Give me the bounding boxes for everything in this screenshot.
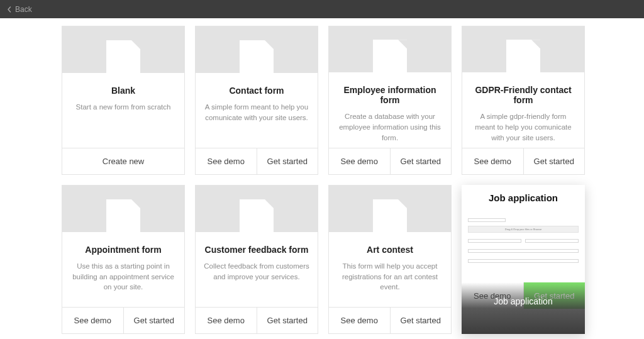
preview-field-label [468,245,579,248]
create-new-button[interactable]: Create new [62,148,184,174]
card-thumb [329,186,451,232]
page-icon [106,199,140,232]
see-demo-button[interactable]: See demo [462,148,523,174]
get-started-button[interactable]: Get started [123,308,185,333]
chevron-left-icon [6,6,13,13]
card-preview: Job application Drag & Drop your files o… [462,185,585,282]
preview-input [525,239,579,243]
template-grid-wrap: Blank Start a new form from scratch Crea… [0,18,644,334]
preview-input [468,218,506,222]
preview-input [468,249,579,253]
card-title: Appointment form [70,245,177,255]
card-actions: See demo Get started [196,148,318,174]
template-card-employee: Employee information form Create a datab… [328,26,452,175]
page-icon [373,40,407,72]
card-thumb [329,26,451,72]
card-actions: See demo Get started [196,307,318,333]
card-body: Contact form A simple form meant to help… [196,73,318,148]
get-started-button[interactable]: Get started [390,308,452,333]
see-demo-button[interactable]: See demo [196,148,257,174]
card-thumb [196,26,318,73]
see-demo-button[interactable]: See demo [329,308,390,333]
preview-input [468,259,579,263]
preview-heading: Job application [468,192,579,203]
card-thumb [196,186,318,232]
template-grid: Blank Start a new form from scratch Crea… [62,26,582,334]
see-demo-button[interactable]: See demo [62,308,123,333]
card-body: Customer feedback form Collect feedback … [196,232,318,307]
card-body: Appointment form Use this as a starting … [62,232,184,307]
card-title: GDPR-Friendly contact form [470,85,577,105]
card-actions: See demo Get started [462,148,584,174]
card-desc: Create a database with your employee inf… [336,111,443,143]
card-title: Employee information form [336,85,443,105]
back-label: Back [15,5,32,14]
card-title: Art contest [336,245,443,255]
get-started-button[interactable]: Get started [257,148,318,174]
card-actions: See demo Get started [329,148,451,174]
get-started-button[interactable]: Get started [257,308,318,333]
card-body: Employee information form Create a datab… [329,72,451,148]
card-actions: See demo Get started [329,307,451,333]
preview-file-drop: Drag & Drop your files or Browse [468,226,579,233]
preview-form: Job application Drag & Drop your files o… [468,192,579,282]
card-body: Blank Start a new form from scratch [62,73,184,148]
see-demo-button[interactable]: See demo [196,308,257,333]
card-thumb [62,26,184,73]
card-title: Contact form [203,86,310,96]
get-started-button[interactable]: Get started [523,148,585,174]
template-card-blank: Blank Start a new form from scratch Crea… [62,26,185,175]
card-body: GDPR-Friendly contact form A simple gdpr… [462,72,584,148]
card-desc: A simple gdpr-friendly form meant to hel… [470,111,577,143]
preview-field-label [468,214,579,218]
card-desc: Start a new form from scratch [70,102,177,113]
page-icon [240,199,274,232]
preview-field-label [468,235,521,238]
card-desc: Use this as a starting point in building… [70,261,177,292]
card-desc: Collect feedback from customers and impr… [203,261,310,282]
card-title: Customer feedback form [203,245,310,255]
template-card-art: Art contest This form will help you acce… [328,185,452,334]
back-button[interactable]: Back [6,5,32,14]
card-body: Art contest This form will help you acce… [329,232,451,307]
preview-field-label [468,208,579,212]
card-thumb [62,186,184,232]
preview-field-label [525,235,579,238]
card-title: Blank [70,86,177,96]
page-icon [506,40,540,72]
get-started-button[interactable]: Get started [390,148,452,174]
template-card-feedback: Customer feedback form Collect feedback … [195,185,318,334]
card-actions: See demo Get started [62,307,184,333]
card-overlay: Job application [462,282,585,334]
preview-input [468,239,521,243]
topbar: Back [0,0,644,18]
see-demo-button[interactable]: See demo [329,148,390,174]
template-card-job-application: Job application Drag & Drop your files o… [462,185,585,334]
card-title: Job application [494,296,552,306]
page-icon [373,199,407,232]
page-icon [106,40,140,73]
card-thumb [462,26,584,72]
page-icon [240,40,274,73]
card-actions: Create new [62,148,184,174]
preview-field-label [468,255,579,258]
template-card-contact: Contact form A simple form meant to help… [195,26,318,175]
template-card-gdpr: GDPR-Friendly contact form A simple gdpr… [462,26,585,175]
card-desc: This form will help you accept registrat… [336,261,443,292]
template-card-appointment: Appointment form Use this as a starting … [62,185,185,334]
card-desc: A simple form meant to help you comunica… [203,102,310,123]
